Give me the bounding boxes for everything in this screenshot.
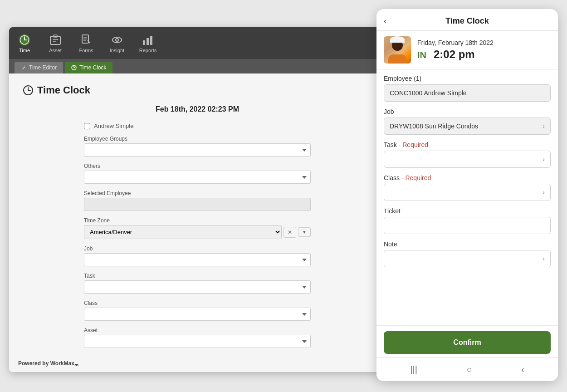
svg-rect-14 [143, 40, 145, 45]
status-in: IN [417, 50, 426, 60]
mobile-back-button[interactable]: ‹ [384, 16, 386, 26]
date-display: Feb 18th, 2022 02:23 PM [23, 105, 372, 113]
nav-item-asset[interactable]: Asset [45, 34, 65, 53]
class-group: Class [84, 300, 311, 321]
tab-time-clock[interactable]: Time Clock [65, 62, 113, 74]
mobile-ticket-group: Ticket [384, 207, 551, 234]
nav-home-icon: ○ [466, 364, 472, 374]
selected-employee-group: Selected Employee [84, 190, 311, 211]
nav-item-time[interactable]: Time [15, 34, 34, 53]
class-select[interactable] [84, 308, 311, 321]
tab-time-editor[interactable]: Time Editor [15, 62, 63, 74]
mobile-confirm-area: Confirm [376, 325, 558, 358]
others-label: Others [84, 163, 311, 169]
employee-status-row: IN 2:02 pm [417, 48, 551, 61]
nav-label-reports: Reports [139, 48, 157, 53]
employee-checkbox-label: Andrew Simple [94, 122, 133, 129]
mobile-nav-bar: ||| ○ ‹ [376, 358, 558, 381]
nav-home-button[interactable]: ○ [461, 363, 477, 377]
nav-back-button[interactable]: ‹ [516, 363, 530, 377]
employee-groups-label: Employee Groups [84, 136, 311, 142]
mobile-employee-group: Employee (1) CONC1000 Andrew Simple [384, 75, 551, 102]
mobile-title: Time Clock [445, 16, 489, 26]
mobile-note-field[interactable]: › [384, 250, 551, 267]
job-select[interactable] [84, 253, 311, 266]
timezone-row: America/Denver ✕ ▼ [84, 225, 311, 239]
asset-label: Asset [84, 327, 311, 333]
mobile-header: ‹ Time Clock [376, 9, 558, 31]
mobile-task-required: - Required [399, 141, 428, 148]
powered-by-text: Powered by [18, 360, 49, 367]
nav-label-insight: Insight [110, 48, 124, 53]
timezone-dropdown-button[interactable]: ▼ [298, 227, 311, 237]
tab-bar: Time Editor Time Clock [9, 59, 386, 74]
mobile-task-label: Task - Required [384, 141, 551, 148]
mobile-task-group: Task - Required › [384, 141, 551, 168]
svg-point-13 [116, 39, 118, 41]
employee-photo [384, 36, 411, 64]
nav-label-forms: Forms [79, 48, 93, 53]
nav-item-reports[interactable]: Reports [138, 34, 158, 53]
hard-hat [390, 36, 405, 43]
nav-menu-icon: ||| [410, 364, 417, 374]
nav-item-insight[interactable]: Insight [107, 34, 127, 53]
timezone-label: Time Zone [84, 217, 311, 224]
mobile-employee-field[interactable]: CONC1000 Andrew Simple [384, 84, 551, 102]
mobile-employee-value: CONC1000 Andrew Simple [390, 89, 545, 97]
nav-back-icon: ‹ [521, 364, 524, 374]
timezone-group: Time Zone America/Denver ✕ ▼ [84, 217, 311, 239]
class-label: Class [84, 300, 311, 306]
mobile-job-value: DRYW1008 Sun Ridge Condos [390, 122, 543, 130]
insight-icon [111, 34, 123, 46]
mobile-form: Employee (1) CONC1000 Andrew Simple Job … [376, 69, 558, 325]
mobile-note-label: Note [384, 240, 551, 248]
svg-rect-15 [147, 38, 149, 45]
employee-groups-select[interactable] [84, 143, 311, 157]
task-select[interactable] [84, 280, 311, 294]
employee-groups-group: Employee Groups [84, 136, 311, 157]
asset-select[interactable] [84, 335, 311, 348]
confirm-button[interactable]: Confirm [384, 331, 551, 354]
mobile-class-chevron: › [543, 189, 545, 196]
mobile-ticket-input[interactable] [384, 217, 551, 234]
page-title: Time Clock [37, 84, 90, 96]
clock-icon [23, 85, 34, 96]
employee-info: Friday, February 18th 2022 IN 2:02 pm [417, 39, 551, 61]
form-section: Andrew Simple Employee Groups Others Sel… [84, 122, 311, 356]
others-select[interactable] [84, 171, 311, 184]
job-label: Job [84, 245, 311, 252]
mobile-panel: ‹ Time Clock Friday, February 18th 2022 … [376, 9, 558, 381]
mobile-job-group: Job DRYW1008 Sun Ridge Condos › [384, 108, 551, 135]
employee-checkbox-row: Andrew Simple [84, 122, 311, 129]
nav-item-forms[interactable]: Forms [76, 34, 96, 53]
employee-checkbox[interactable] [84, 123, 90, 129]
brand-name: WorkMaxₘ [50, 360, 78, 367]
mobile-job-field[interactable]: DRYW1008 Sun Ridge Condos › [384, 118, 551, 135]
footer-brand: Powered by WorkMaxₘ [9, 356, 386, 372]
svg-point-12 [112, 37, 122, 43]
mobile-class-field[interactable]: › [384, 184, 551, 201]
mobile-job-chevron: › [543, 122, 545, 130]
mobile-class-label: Class - Required [384, 174, 551, 181]
mobile-task-chevron: › [543, 156, 545, 163]
selected-employee-input[interactable] [84, 198, 311, 211]
main-content: Time Clock Feb 18th, 2022 02:23 PM Andre… [9, 74, 386, 356]
asset-icon [49, 34, 62, 46]
mobile-note-group: Note › [384, 240, 551, 267]
nav-menu-button[interactable]: ||| [405, 363, 423, 377]
timezone-clear-button[interactable]: ✕ [284, 227, 296, 238]
mobile-class-group: Class - Required › [384, 174, 551, 201]
timezone-select[interactable]: America/Denver [84, 225, 282, 239]
forms-icon [80, 34, 93, 46]
time-icon [18, 34, 31, 46]
page-title-area: Time Clock [23, 84, 372, 96]
status-time: 2:02 pm [434, 48, 475, 61]
mobile-task-field[interactable]: › [384, 151, 551, 168]
top-nav: Time Asset [9, 27, 386, 59]
desktop-panel: Time Asset [9, 27, 386, 372]
mobile-job-label: Job [384, 108, 551, 115]
task-group: Task [84, 273, 311, 294]
task-label: Task [84, 273, 311, 279]
nav-label-asset: Asset [49, 48, 62, 53]
asset-group: Asset [84, 327, 311, 348]
